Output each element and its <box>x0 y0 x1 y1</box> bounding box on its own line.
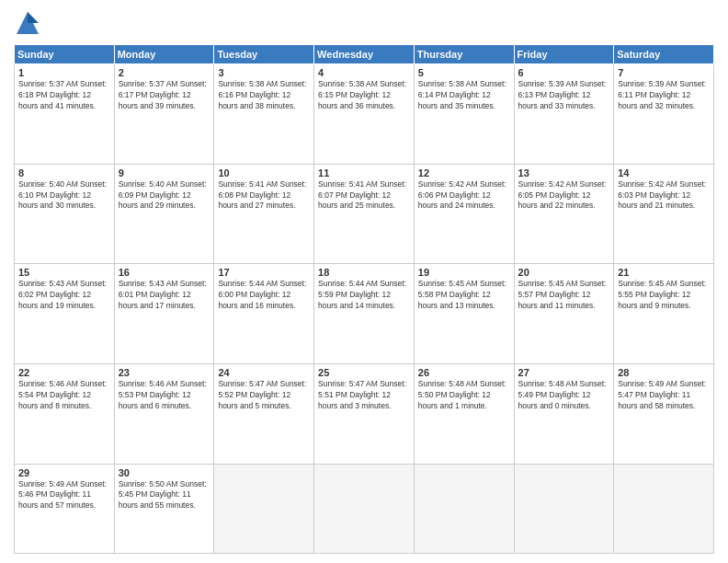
calendar-cell <box>214 464 314 554</box>
calendar-cell: 16Sunrise: 5:43 AM Sunset: 6:01 PM Dayli… <box>114 264 214 364</box>
calendar-cell: 18Sunrise: 5:44 AM Sunset: 5:59 PM Dayli… <box>314 264 415 364</box>
day-number: 16 <box>119 267 210 278</box>
day-number: 26 <box>418 367 510 378</box>
header <box>14 9 714 37</box>
col-header-sunday: Sunday <box>15 45 115 64</box>
calendar-cell: 14Sunrise: 5:42 AM Sunset: 6:03 PM Dayli… <box>614 164 714 264</box>
day-info: Sunrise: 5:40 AM Sunset: 6:10 PM Dayligh… <box>18 179 110 213</box>
day-info: Sunrise: 5:41 AM Sunset: 6:07 PM Dayligh… <box>318 179 410 213</box>
day-info: Sunrise: 5:44 AM Sunset: 5:59 PM Dayligh… <box>318 279 410 312</box>
day-number: 14 <box>618 167 710 178</box>
day-number: 22 <box>18 367 110 378</box>
logo-icon <box>14 9 41 37</box>
day-number: 20 <box>518 267 610 278</box>
calendar-cell: 30Sunrise: 5:50 AM Sunset: 5:45 PM Dayli… <box>114 464 214 554</box>
calendar-cell: 5Sunrise: 5:38 AM Sunset: 6:14 PM Daylig… <box>414 64 514 165</box>
day-number: 9 <box>119 167 210 178</box>
calendar-cell: 12Sunrise: 5:42 AM Sunset: 6:06 PM Dayli… <box>414 164 514 264</box>
col-header-monday: Monday <box>114 45 214 64</box>
calendar-cell <box>514 464 614 554</box>
day-number: 19 <box>418 267 510 278</box>
col-header-wednesday: Wednesday <box>314 45 415 64</box>
day-number: 11 <box>318 167 410 178</box>
calendar-cell: 29Sunrise: 5:49 AM Sunset: 5:46 PM Dayli… <box>15 464 115 554</box>
day-info: Sunrise: 5:40 AM Sunset: 6:09 PM Dayligh… <box>119 179 210 213</box>
day-info: Sunrise: 5:43 AM Sunset: 6:01 PM Dayligh… <box>119 279 210 312</box>
day-number: 30 <box>119 467 210 478</box>
day-info: Sunrise: 5:48 AM Sunset: 5:50 PM Dayligh… <box>418 379 510 412</box>
page: SundayMondayTuesdayWednesdayThursdayFrid… <box>0 0 728 563</box>
day-info: Sunrise: 5:42 AM Sunset: 6:05 PM Dayligh… <box>518 179 610 213</box>
calendar-cell: 10Sunrise: 5:41 AM Sunset: 6:08 PM Dayli… <box>214 164 314 264</box>
day-info: Sunrise: 5:38 AM Sunset: 6:14 PM Dayligh… <box>418 79 510 112</box>
calendar-cell: 8Sunrise: 5:40 AM Sunset: 6:10 PM Daylig… <box>15 164 115 264</box>
calendar-header-row: SundayMondayTuesdayWednesdayThursdayFrid… <box>15 45 714 64</box>
day-info: Sunrise: 5:48 AM Sunset: 5:49 PM Dayligh… <box>518 379 610 412</box>
day-info: Sunrise: 5:37 AM Sunset: 6:18 PM Dayligh… <box>18 79 110 112</box>
col-header-thursday: Thursday <box>414 45 514 64</box>
day-number: 18 <box>318 267 410 278</box>
calendar-cell: 22Sunrise: 5:46 AM Sunset: 5:54 PM Dayli… <box>15 363 115 464</box>
calendar-body: 1Sunrise: 5:37 AM Sunset: 6:18 PM Daylig… <box>15 64 714 554</box>
day-info: Sunrise: 5:47 AM Sunset: 5:52 PM Dayligh… <box>218 379 310 412</box>
day-info: Sunrise: 5:44 AM Sunset: 6:00 PM Dayligh… <box>218 279 310 312</box>
day-info: Sunrise: 5:45 AM Sunset: 5:57 PM Dayligh… <box>518 279 610 312</box>
day-info: Sunrise: 5:39 AM Sunset: 6:13 PM Dayligh… <box>518 79 610 112</box>
day-info: Sunrise: 5:49 AM Sunset: 5:46 PM Dayligh… <box>18 479 110 512</box>
day-info: Sunrise: 5:39 AM Sunset: 6:11 PM Dayligh… <box>618 79 710 112</box>
calendar-cell: 1Sunrise: 5:37 AM Sunset: 6:18 PM Daylig… <box>15 64 115 165</box>
day-info: Sunrise: 5:45 AM Sunset: 5:55 PM Dayligh… <box>618 279 710 312</box>
day-number: 25 <box>318 367 410 378</box>
calendar-cell: 27Sunrise: 5:48 AM Sunset: 5:49 PM Dayli… <box>514 363 614 464</box>
week-row-4: 29Sunrise: 5:49 AM Sunset: 5:46 PM Dayli… <box>15 464 714 554</box>
day-number: 29 <box>18 467 110 478</box>
logo <box>14 9 45 37</box>
day-number: 23 <box>119 367 210 378</box>
col-header-friday: Friday <box>514 45 614 64</box>
calendar-cell <box>414 464 514 554</box>
calendar-cell: 2Sunrise: 5:37 AM Sunset: 6:17 PM Daylig… <box>114 64 214 165</box>
calendar-cell <box>314 464 415 554</box>
week-row-0: 1Sunrise: 5:37 AM Sunset: 6:18 PM Daylig… <box>15 64 714 165</box>
day-number: 28 <box>618 367 710 378</box>
calendar-cell: 23Sunrise: 5:46 AM Sunset: 5:53 PM Dayli… <box>114 363 214 464</box>
calendar-cell: 3Sunrise: 5:38 AM Sunset: 6:16 PM Daylig… <box>214 64 314 165</box>
calendar-cell: 28Sunrise: 5:49 AM Sunset: 5:47 PM Dayli… <box>614 363 714 464</box>
calendar-cell: 20Sunrise: 5:45 AM Sunset: 5:57 PM Dayli… <box>514 264 614 364</box>
day-info: Sunrise: 5:43 AM Sunset: 6:02 PM Dayligh… <box>18 279 110 312</box>
day-number: 2 <box>119 67 210 78</box>
day-info: Sunrise: 5:38 AM Sunset: 6:15 PM Dayligh… <box>318 79 410 112</box>
day-number: 4 <box>318 67 410 78</box>
day-number: 6 <box>518 67 610 78</box>
week-row-3: 22Sunrise: 5:46 AM Sunset: 5:54 PM Dayli… <box>15 363 714 464</box>
day-number: 13 <box>518 167 610 178</box>
calendar-cell: 6Sunrise: 5:39 AM Sunset: 6:13 PM Daylig… <box>514 64 614 165</box>
calendar-cell: 9Sunrise: 5:40 AM Sunset: 6:09 PM Daylig… <box>114 164 214 264</box>
day-number: 5 <box>418 67 510 78</box>
calendar-cell: 13Sunrise: 5:42 AM Sunset: 6:05 PM Dayli… <box>514 164 614 264</box>
calendar-cell: 4Sunrise: 5:38 AM Sunset: 6:15 PM Daylig… <box>314 64 415 165</box>
day-info: Sunrise: 5:46 AM Sunset: 5:53 PM Dayligh… <box>119 379 210 412</box>
week-row-2: 15Sunrise: 5:43 AM Sunset: 6:02 PM Dayli… <box>15 264 714 364</box>
day-number: 15 <box>18 267 110 278</box>
svg-marker-1 <box>28 12 39 23</box>
calendar-cell: 26Sunrise: 5:48 AM Sunset: 5:50 PM Dayli… <box>414 363 514 464</box>
day-number: 27 <box>518 367 610 378</box>
day-number: 12 <box>418 167 510 178</box>
day-info: Sunrise: 5:37 AM Sunset: 6:17 PM Dayligh… <box>119 79 210 112</box>
calendar-cell: 11Sunrise: 5:41 AM Sunset: 6:07 PM Dayli… <box>314 164 415 264</box>
calendar-table: SundayMondayTuesdayWednesdayThursdayFrid… <box>14 44 714 554</box>
day-info: Sunrise: 5:45 AM Sunset: 5:58 PM Dayligh… <box>418 279 510 312</box>
calendar-cell <box>614 464 714 554</box>
calendar-cell: 7Sunrise: 5:39 AM Sunset: 6:11 PM Daylig… <box>614 64 714 165</box>
day-number: 7 <box>618 67 710 78</box>
day-info: Sunrise: 5:42 AM Sunset: 6:03 PM Dayligh… <box>618 179 710 213</box>
col-header-saturday: Saturday <box>614 45 714 64</box>
week-row-1: 8Sunrise: 5:40 AM Sunset: 6:10 PM Daylig… <box>15 164 714 264</box>
day-info: Sunrise: 5:42 AM Sunset: 6:06 PM Dayligh… <box>418 179 510 213</box>
calendar-cell: 19Sunrise: 5:45 AM Sunset: 5:58 PM Dayli… <box>414 264 514 364</box>
calendar-cell: 25Sunrise: 5:47 AM Sunset: 5:51 PM Dayli… <box>314 363 415 464</box>
day-number: 3 <box>218 67 310 78</box>
day-info: Sunrise: 5:38 AM Sunset: 6:16 PM Dayligh… <box>218 79 310 112</box>
day-info: Sunrise: 5:49 AM Sunset: 5:47 PM Dayligh… <box>618 379 710 412</box>
